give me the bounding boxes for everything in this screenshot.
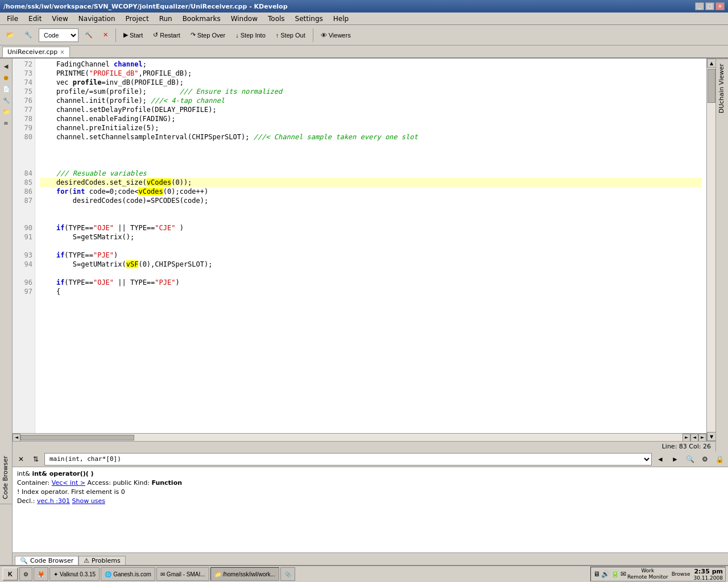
step-out-icon: ↑: [276, 32, 279, 39]
tray-network[interactable]: 🖥: [593, 570, 600, 578]
bottom-lock-button[interactable]: 🔒: [713, 453, 726, 465]
scroll-right-button[interactable]: ►: [682, 434, 690, 442]
kdevelop-label: /home/ssk/iwl/work...: [223, 571, 275, 577]
code-line: if(TYPE=="PJE"): [40, 251, 702, 260]
task-valknut[interactable]: ✦ Valknut 0.3.15: [49, 567, 100, 581]
nav-prev-button[interactable]: ◄: [690, 434, 698, 442]
h-scroll-thumb[interactable]: [20, 435, 134, 440]
sidebar-icon-6[interactable]: ≡: [1, 118, 11, 128]
bottom-prev-button[interactable]: ◄: [654, 453, 667, 465]
separator-1: [115, 28, 116, 42]
task-firefox[interactable]: 🦊: [34, 567, 48, 581]
debug-button[interactable]: 🔧: [20, 27, 36, 43]
menu-help[interactable]: Help: [329, 14, 353, 24]
menu-view[interactable]: View: [47, 14, 72, 24]
sidebar-icon-2[interactable]: ●: [1, 72, 11, 82]
left-vtab-browser[interactable]: Code Browser: [0, 451, 12, 504]
step-out-button[interactable]: ↑ Step Out: [272, 27, 309, 43]
cancel-button[interactable]: ✕: [99, 27, 112, 43]
tray-volume[interactable]: 🔊: [601, 570, 610, 578]
mode-select[interactable]: Code: [39, 28, 78, 42]
horizontal-scrollbar[interactable]: ◄ ► ◄ ►: [13, 433, 706, 441]
code-line: if(TYPE=="OJE" || TYPE=="CJE" ): [40, 223, 702, 232]
window-controls: _ □ ✕: [695, 2, 725, 10]
step-into-button[interactable]: ↓ Step Into: [231, 27, 270, 43]
tray-battery[interactable]: 🔋: [611, 570, 619, 578]
bottom-search-button[interactable]: 🔍: [684, 453, 696, 465]
code-line: desiredCodes(code)=SPCODES(code);: [40, 196, 702, 205]
statusbar: Line: 83 Col: 26: [13, 441, 715, 451]
code-content[interactable]: FadingChannel channel; PRINTME("PROFILE_…: [35, 59, 706, 433]
nav-next-button[interactable]: ►: [698, 434, 706, 442]
sidebar-icon-3[interactable]: 📄: [1, 84, 11, 94]
code-line: PRINTME("PROFILE_dB",PROFILE_dB);: [40, 69, 702, 78]
maximize-button[interactable]: □: [705, 2, 714, 10]
step-over-label: Step Over: [197, 32, 226, 39]
function-select[interactable]: main(int, char*[0]): [44, 453, 652, 465]
operator-name: int& operator()( ): [32, 470, 93, 477]
menu-run[interactable]: Run: [155, 14, 177, 24]
bottom-next-button[interactable]: ►: [669, 453, 681, 465]
menu-edit[interactable]: Edit: [24, 14, 46, 24]
menu-file[interactable]: File: [2, 14, 23, 24]
tab-problems[interactable]: ⚠ Problems: [78, 556, 126, 565]
menu-tools[interactable]: Tools: [263, 14, 289, 24]
step-over-button[interactable]: ↷ Step Over: [187, 27, 230, 43]
scroll-left-button[interactable]: ◄: [13, 434, 20, 442]
work-monitor-label[interactable]: WorkRemote Monitor: [627, 568, 668, 580]
toolbar: 📂 🔧 Code 🔨 ✕ ▶ Start ↺ Restart ↷ Step Ov…: [0, 25, 728, 45]
start-button[interactable]: ▶ Start: [119, 27, 147, 43]
task-ganesh[interactable]: 🌐 Ganesh.is.com: [101, 567, 155, 581]
vertical-scrollbar[interactable]: ▲ ▼: [706, 59, 715, 441]
kind-value: Function: [151, 479, 182, 487]
scroll-up-button[interactable]: ▲: [707, 59, 715, 68]
bottom-settings-button[interactable]: ⚙: [698, 453, 711, 465]
valknut-label: Valknut 0.3.15: [60, 571, 96, 577]
menu-window[interactable]: Window: [226, 14, 262, 24]
line-numbers: 72737475767778798084858687909193949697: [13, 59, 35, 433]
right-tab-duchain[interactable]: DUchain Viewer: [716, 59, 728, 118]
task-gmail[interactable]: ✉ Gmail - SMAI...: [156, 567, 209, 581]
v-scroll-track[interactable]: [707, 68, 715, 432]
separator-2: [313, 28, 313, 42]
tray-mail[interactable]: ✉: [621, 570, 626, 578]
sidebar-icon-4[interactable]: 🔧: [1, 95, 11, 105]
menu-settings[interactable]: Settings: [291, 14, 328, 24]
clock: 2:35 pm 30.11.2008: [693, 568, 723, 581]
bottom-nav-button[interactable]: ⇅: [30, 453, 42, 465]
minimize-button[interactable]: _: [695, 2, 704, 10]
open-button[interactable]: 📂: [2, 27, 18, 43]
h-scroll-track[interactable]: [20, 434, 682, 442]
restart-button[interactable]: ↺ Restart: [149, 27, 184, 43]
v-scroll-thumb[interactable]: [708, 69, 715, 103]
sidebar-icon-5[interactable]: 📁: [1, 106, 11, 117]
menu-bookmarks[interactable]: Bookmarks: [178, 14, 225, 24]
menu-navigation[interactable]: Navigation: [74, 14, 120, 24]
file-tab[interactable]: UniReceiver.cpp ×: [2, 47, 70, 57]
build-icon: 🔨: [85, 31, 93, 39]
tab-close-icon[interactable]: ×: [60, 49, 64, 55]
start-menu-button[interactable]: K: [2, 567, 18, 581]
tab-code-browser[interactable]: 🔍 Code Browser: [15, 556, 78, 565]
decl-link[interactable]: vec.h :301: [37, 497, 70, 505]
task-misc[interactable]: 📎: [280, 567, 295, 581]
browse-label[interactable]: Browse: [669, 571, 693, 577]
code-line: if(TYPE=="OJE" || TYPE=="PJE"): [40, 278, 702, 287]
build-button[interactable]: 🔨: [81, 27, 97, 43]
scroll-down-button[interactable]: ▼: [707, 432, 715, 441]
close-button[interactable]: ✕: [715, 2, 725, 10]
code-line: vec profile=inv_dB(PROFILE_dB);: [40, 78, 702, 87]
nav-buttons: ◄ ►: [690, 434, 706, 442]
start-label: Start: [130, 32, 143, 39]
container-link[interactable]: Vec< int >: [52, 479, 85, 487]
open-icon: 📂: [6, 31, 14, 39]
task-kdevelop[interactable]: 📁 /home/ssk/iwl/work...: [210, 567, 279, 581]
show-uses-link[interactable]: Show uses: [72, 497, 105, 505]
viewers-button[interactable]: 👁 Viewers: [317, 27, 355, 43]
task-system[interactable]: ⚙: [19, 567, 32, 581]
code-line: [40, 151, 702, 160]
menu-project[interactable]: Project: [121, 14, 154, 24]
bottom-close-button[interactable]: ✕: [15, 453, 27, 465]
sidebar-icon-1[interactable]: ◀: [1, 61, 11, 71]
code-editor[interactable]: 72737475767778798084858687909193949697 F…: [13, 59, 706, 441]
